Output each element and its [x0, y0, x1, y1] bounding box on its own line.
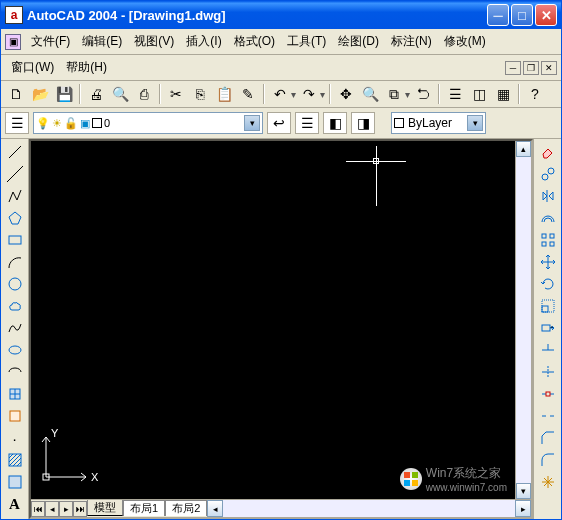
undo-button[interactable]: ↶: [269, 83, 291, 105]
menu-insert[interactable]: 插入(I): [180, 31, 227, 52]
design-center-button[interactable]: ◫: [468, 83, 490, 105]
trim-tool[interactable]: [536, 339, 560, 361]
spline-tool[interactable]: [3, 317, 27, 339]
cut-button[interactable]: ✂: [165, 83, 187, 105]
paste-button[interactable]: 📋: [213, 83, 235, 105]
hatch-tool[interactable]: [3, 449, 27, 471]
break-tool[interactable]: [536, 405, 560, 427]
tab-next-button[interactable]: ▸: [59, 501, 73, 517]
scale-tool[interactable]: [536, 295, 560, 317]
zoom-previous-button[interactable]: ⮌: [412, 83, 434, 105]
horizontal-scrollbar[interactable]: ◂ ▸: [207, 500, 531, 517]
linetype-button-2[interactable]: ◧: [323, 112, 347, 134]
mirror-tool[interactable]: [536, 185, 560, 207]
canvas[interactable]: X Y Win7系统之家 www.winwin7.com: [31, 141, 515, 499]
zoom-realtime-button[interactable]: 🔍: [359, 83, 381, 105]
linetype-button-3[interactable]: ◨: [351, 112, 375, 134]
offset-tool[interactable]: [536, 207, 560, 229]
tab-layout1[interactable]: 布局1: [123, 500, 165, 516]
line-tool[interactable]: [3, 141, 27, 163]
menu-dim[interactable]: 标注(N): [385, 31, 438, 52]
rectangle-tool[interactable]: [3, 229, 27, 251]
point-tool[interactable]: ·: [3, 427, 27, 449]
menu-file[interactable]: 文件(F): [25, 31, 76, 52]
scroll-right-button[interactable]: ▸: [515, 500, 531, 517]
maximize-button[interactable]: □: [511, 4, 533, 26]
properties-button[interactable]: ☰: [444, 83, 466, 105]
rotate-tool[interactable]: [536, 273, 560, 295]
array-tool[interactable]: [536, 229, 560, 251]
ellipse-tool[interactable]: [3, 339, 27, 361]
ellipse-arc-tool[interactable]: [3, 361, 27, 383]
mdi-restore-button[interactable]: ❐: [523, 61, 539, 75]
menu-edit[interactable]: 编辑(E): [76, 31, 128, 52]
print-preview-button[interactable]: 🔍: [109, 83, 131, 105]
arc-tool[interactable]: [3, 251, 27, 273]
publish-button[interactable]: ⎙: [133, 83, 155, 105]
copy-button[interactable]: ⎘: [189, 83, 211, 105]
open-button[interactable]: 📂: [29, 83, 51, 105]
construction-line-tool[interactable]: [3, 163, 27, 185]
scroll-down-button[interactable]: ▾: [516, 483, 531, 499]
tab-last-button[interactable]: ⏭: [73, 501, 87, 517]
layer-dropdown-button[interactable]: ▾: [244, 115, 260, 131]
help-button[interactable]: ?: [524, 83, 546, 105]
vertical-scrollbar[interactable]: ▴ ▾: [515, 141, 531, 499]
tab-first-button[interactable]: ⏮: [31, 501, 45, 517]
scroll-track[interactable]: [516, 157, 531, 483]
new-button[interactable]: 🗋: [5, 83, 27, 105]
layer-manager-button[interactable]: ☰: [5, 112, 29, 134]
color-dropdown-button[interactable]: ▾: [467, 115, 483, 131]
mdi-close-button[interactable]: ✕: [541, 61, 557, 75]
break-at-point-tool[interactable]: [536, 383, 560, 405]
stretch-tool[interactable]: [536, 317, 560, 339]
titlebar[interactable]: a AutoCAD 2004 - [Drawing1.dwg] ─ □ ✕: [1, 1, 561, 29]
fillet-tool[interactable]: [536, 449, 560, 471]
zoom-window-button[interactable]: ⧉: [383, 83, 405, 105]
menu-modify[interactable]: 修改(M): [438, 31, 492, 52]
menu-window[interactable]: 窗口(W): [5, 57, 60, 78]
color-combo[interactable]: ByLayer ▾: [391, 112, 486, 134]
revision-cloud-tool[interactable]: [3, 295, 27, 317]
extend-tool[interactable]: [536, 361, 560, 383]
polyline-tool[interactable]: [3, 185, 27, 207]
scroll-left-button[interactable]: ◂: [207, 500, 223, 517]
make-block-tool[interactable]: [3, 405, 27, 427]
save-button[interactable]: 💾: [53, 83, 75, 105]
menu-draw[interactable]: 绘图(D): [332, 31, 385, 52]
pan-button[interactable]: ✥: [335, 83, 357, 105]
move-tool[interactable]: [536, 251, 560, 273]
menu-format[interactable]: 格式(O): [228, 31, 281, 52]
chamfer-tool[interactable]: [536, 427, 560, 449]
linetype-button-1[interactable]: ☰: [295, 112, 319, 134]
tab-prev-button[interactable]: ◂: [45, 501, 59, 517]
print-button[interactable]: 🖨: [85, 83, 107, 105]
layer-combo[interactable]: 💡 ☀ 🔓 ▣ 0 ▾: [33, 112, 263, 134]
minimize-button[interactable]: ─: [487, 4, 509, 26]
redo-dropdown[interactable]: ▾: [320, 89, 325, 100]
scroll-track[interactable]: [223, 500, 515, 517]
match-props-button[interactable]: ✎: [237, 83, 259, 105]
tool-palettes-button[interactable]: ▦: [492, 83, 514, 105]
erase-tool[interactable]: [536, 141, 560, 163]
undo-dropdown[interactable]: ▾: [291, 89, 296, 100]
explode-tool[interactable]: [536, 471, 560, 493]
circle-tool[interactable]: [3, 273, 27, 295]
document-icon[interactable]: ▣: [5, 34, 21, 50]
menu-help[interactable]: 帮助(H): [60, 57, 113, 78]
tab-layout2[interactable]: 布局2: [165, 500, 207, 516]
text-tool[interactable]: A: [3, 493, 27, 515]
menu-view[interactable]: 视图(V): [128, 31, 180, 52]
mdi-minimize-button[interactable]: ─: [505, 61, 521, 75]
polygon-tool[interactable]: [3, 207, 27, 229]
region-tool[interactable]: [3, 471, 27, 493]
close-button[interactable]: ✕: [535, 4, 557, 26]
tab-model[interactable]: 模型: [87, 500, 123, 516]
copy-tool[interactable]: [536, 163, 560, 185]
zoom-dropdown[interactable]: ▾: [405, 89, 410, 100]
scroll-up-button[interactable]: ▴: [516, 141, 531, 157]
menu-tools[interactable]: 工具(T): [281, 31, 332, 52]
layer-previous-button[interactable]: ↩: [267, 112, 291, 134]
redo-button[interactable]: ↷: [298, 83, 320, 105]
insert-block-tool[interactable]: [3, 383, 27, 405]
